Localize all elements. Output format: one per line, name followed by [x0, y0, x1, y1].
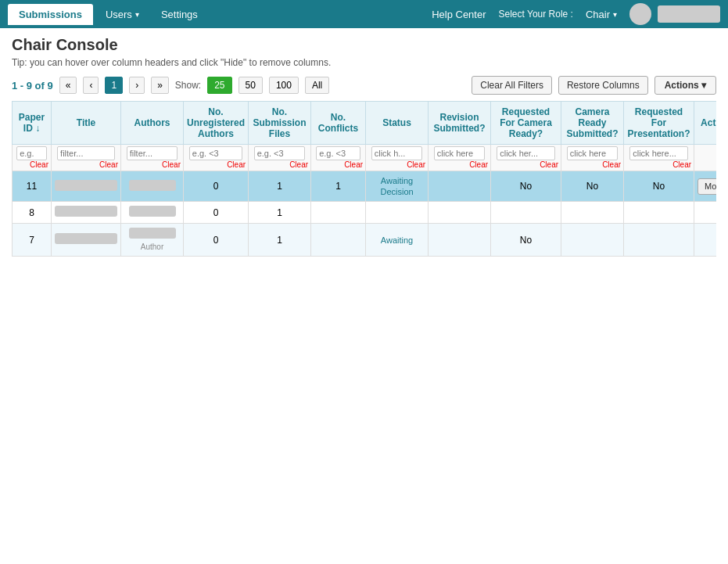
filter-camera-submitted[interactable] [567, 146, 619, 160]
nav-item-settings[interactable]: Settings [152, 4, 207, 25]
cell-title [52, 171, 121, 202]
table-wrapper: Paper ID ↓ Title Authors No. Unregistere… [12, 101, 716, 257]
nav-item-users[interactable]: Users ▾ [96, 4, 149, 25]
col-requested-camera-ready[interactable]: Requested For Camera Ready? [491, 102, 561, 145]
filter-camsub-clear[interactable]: Clear [564, 160, 621, 169]
role-chevron-icon: ▾ [613, 10, 617, 19]
filter-no-submission-files[interactable] [254, 146, 306, 160]
cell-no-unregistered: 0 [184, 202, 249, 224]
filter-no-unregistered[interactable] [189, 146, 242, 160]
clear-filters-btn[interactable]: Clear All Filters [472, 76, 552, 95]
cell-paper-id: 7 [13, 224, 52, 257]
cell-no-submission-files: 1 [249, 202, 311, 224]
cell-req-camera [491, 202, 561, 224]
cell-paper-id: 11 [13, 171, 52, 202]
cell-title [52, 202, 121, 224]
filter-conflicts-clear[interactable]: Clear [314, 160, 363, 169]
cell-no-conflicts [311, 202, 366, 224]
cell-status [366, 202, 429, 224]
filter-req-camera[interactable] [497, 146, 555, 160]
cell-status: Awaiting [366, 224, 429, 257]
controls-row: 1 - 9 of 9 « ‹ 1 › » Show: 25 50 100 All… [12, 76, 716, 95]
page-title: Chair Console [12, 36, 716, 54]
cell-authors [121, 202, 184, 224]
filter-title-clear[interactable]: Clear [54, 160, 118, 169]
nav-center: Help Center Select Your Role : Chair ▾ [422, 4, 626, 25]
cell-no-unregistered: 0 [184, 224, 249, 257]
select-role-label: Select Your Role : [499, 9, 573, 20]
cell-actions-7 [694, 224, 716, 257]
page-content: Chair Console Tip: you can hover over co… [0, 28, 728, 264]
col-title[interactable]: Title [52, 102, 121, 145]
show-50-btn[interactable]: 50 [238, 77, 263, 94]
cell-no-submission-files: 1 [249, 171, 311, 202]
filter-paper-id-clear[interactable]: Clear [15, 160, 48, 169]
table-header-row: Paper ID ↓ Title Authors No. Unregistere… [13, 102, 717, 145]
col-authors[interactable]: Authors [121, 102, 184, 145]
authors-blurred [129, 228, 176, 239]
nav-help-center[interactable]: Help Center [422, 4, 495, 25]
filter-unreg-clear[interactable]: Clear [186, 160, 246, 169]
filter-subfiles-clear[interactable]: Clear [251, 160, 308, 169]
show-label: Show: [175, 80, 201, 91]
col-requested-presentation[interactable]: Requested For Presentation? [624, 102, 694, 145]
cell-actions-8 [694, 202, 716, 224]
cell-req-presentation [624, 224, 694, 257]
pag-next-btn[interactable]: › [129, 77, 145, 94]
col-revision-submitted[interactable]: Revision Submitted? [429, 102, 491, 145]
cell-no-conflicts [311, 224, 366, 257]
filter-status[interactable] [371, 146, 423, 160]
filter-reqpres-clear[interactable]: Clear [626, 160, 691, 169]
nav-role-selector[interactable]: Chair ▾ [576, 4, 626, 25]
table-row: 7 Author 0 1 Awaiting No [13, 224, 717, 257]
authors-blurred [129, 206, 176, 217]
col-no-submission-files[interactable]: No. Submission Files [249, 102, 311, 145]
filter-authors[interactable] [127, 146, 178, 160]
cell-status: AwaitingDecision [366, 171, 429, 202]
filter-status-clear[interactable]: Clear [368, 160, 425, 169]
cell-req-camera: No [491, 224, 561, 257]
filter-authors-clear[interactable]: Clear [124, 160, 181, 169]
pag-page-1-btn[interactable]: 1 [105, 77, 123, 94]
restore-columns-btn[interactable]: Restore Columns [558, 76, 648, 95]
col-status[interactable]: Status [366, 102, 429, 145]
cell-actions-11: More ▾ [694, 171, 716, 202]
show-all-btn[interactable]: All [305, 77, 329, 94]
col-no-unregistered[interactable]: No. Unregistered Authors [184, 102, 249, 145]
filter-title[interactable] [57, 146, 115, 160]
cell-no-conflicts: 1 [311, 171, 366, 202]
more-btn-11[interactable]: More ▾ [698, 178, 716, 195]
table-row: 8 0 1 [13, 202, 717, 224]
filter-req-presentation[interactable] [629, 146, 688, 160]
col-camera-ready-submitted[interactable]: Camera Ready Submitted? [561, 102, 624, 145]
pag-first-btn[interactable]: « [59, 77, 77, 94]
title-blurred [55, 233, 117, 244]
show-25-btn[interactable]: 25 [207, 77, 231, 94]
filter-reqcam-clear[interactable]: Clear [493, 160, 558, 169]
cell-authors: Author [121, 224, 184, 257]
filter-no-conflicts[interactable] [316, 146, 360, 160]
col-actions: Actions [694, 102, 716, 145]
cell-paper-id: 8 [13, 202, 52, 224]
cell-camera-submitted [561, 202, 624, 224]
cell-no-submission-files: 1 [249, 224, 311, 257]
nav-tab-submissions[interactable]: Submissions [8, 4, 93, 25]
pag-last-btn[interactable]: » [151, 77, 169, 94]
actions-chevron-icon: ▾ [701, 80, 706, 91]
filter-row: Clear Clear Clear Clear Clear Clear Clea… [13, 145, 717, 171]
pag-prev-btn[interactable]: ‹ [83, 77, 99, 94]
show-100-btn[interactable]: 100 [269, 77, 299, 94]
top-navigation: Submissions Users ▾ Settings Help Center… [0, 0, 728, 28]
filter-paper-id[interactable] [16, 146, 47, 160]
cell-req-camera: No [491, 171, 561, 202]
cell-revision [429, 202, 491, 224]
col-paper-id[interactable]: Paper ID ↓ [13, 102, 52, 145]
pagination-range: 1 - 9 of 9 [12, 80, 53, 92]
cell-camera-submitted: No [561, 171, 624, 202]
title-blurred [55, 180, 117, 191]
cell-title [52, 224, 121, 257]
col-no-conflicts[interactable]: No. Conflicts [311, 102, 366, 145]
filter-revision[interactable] [434, 146, 486, 160]
actions-btn[interactable]: Actions ▾ [654, 76, 716, 95]
filter-revision-clear[interactable]: Clear [431, 160, 488, 169]
